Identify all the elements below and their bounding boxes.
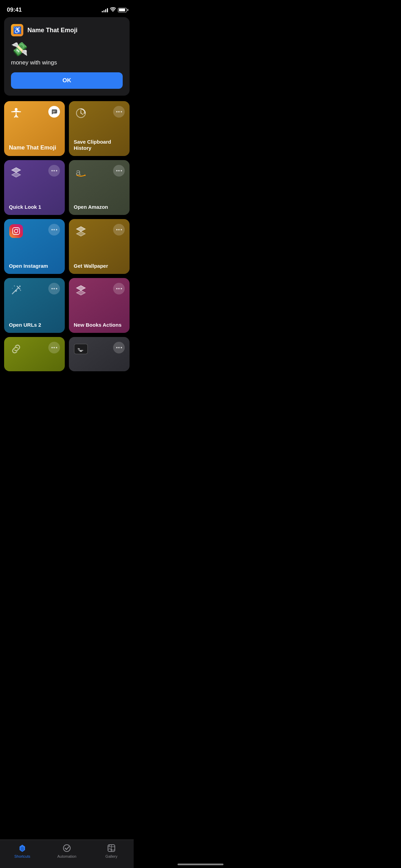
shortcut-card-wallpaper[interactable]: Get Wallpaper bbox=[69, 219, 130, 274]
menu-button-links[interactable] bbox=[48, 342, 60, 353]
shortcut-label-open-urls: Open URLs 2 bbox=[9, 322, 60, 328]
dialog-emoji: 💸 bbox=[11, 41, 123, 57]
appletv-icon: tv bbox=[74, 342, 88, 356]
shortcut-card-books[interactable]: New Books Actions bbox=[69, 278, 130, 333]
menu-button-wallpaper[interactable] bbox=[113, 224, 125, 236]
shortcut-card-name-that-emoji[interactable]: Name That Emoji bbox=[4, 101, 65, 156]
shortcuts-grid-partial: tv bbox=[0, 337, 134, 371]
svg-point-22 bbox=[20, 290, 21, 291]
menu-button-amazon[interactable] bbox=[113, 165, 125, 177]
dialog-header: ♿ Name That Emoji bbox=[11, 24, 123, 36]
dialog-title: Name That Emoji bbox=[27, 27, 77, 34]
wifi-icon bbox=[110, 7, 116, 13]
shortcut-card-open-urls[interactable]: ✦ Open URLs 2 bbox=[4, 278, 65, 333]
svg-rect-13 bbox=[13, 228, 20, 234]
shortcut-label-clipboard: Save Clipboard History bbox=[74, 139, 125, 151]
svg-point-21 bbox=[14, 286, 15, 287]
shortcut-label-wallpaper: Get Wallpaper bbox=[74, 263, 125, 269]
svg-marker-26 bbox=[76, 290, 85, 295]
amazon-icon: a bbox=[74, 165, 88, 179]
shortcut-label-amazon: Open Amazon bbox=[74, 204, 125, 210]
accessibility-icon bbox=[9, 106, 23, 120]
dialog-overlay: ♿ Name That Emoji 💸 money with wings OK bbox=[4, 17, 130, 96]
menu-button-open-urls[interactable] bbox=[48, 283, 60, 294]
dialog-app-icon: ♿ bbox=[11, 24, 23, 36]
card-top bbox=[9, 224, 60, 238]
svg-text:tv: tv bbox=[78, 348, 80, 350]
card-top: a bbox=[74, 165, 125, 179]
card-top bbox=[74, 224, 125, 238]
shortcuts-grid: Name That Emoji Save Clipboard History bbox=[0, 101, 134, 333]
shortcut-card-links[interactable] bbox=[4, 337, 65, 371]
card-top bbox=[74, 283, 125, 297]
svg-marker-9 bbox=[12, 168, 21, 172]
menu-button-quicklook[interactable] bbox=[48, 165, 60, 177]
shortcut-card-clipboard[interactable]: Save Clipboard History bbox=[69, 101, 130, 156]
status-time: 09:41 bbox=[7, 7, 22, 13]
layers-books-icon bbox=[74, 283, 88, 297]
shortcut-card-amazon[interactable]: a Open Amazon bbox=[69, 160, 130, 215]
status-icons bbox=[102, 7, 127, 13]
svg-point-14 bbox=[14, 229, 18, 233]
svg-point-0 bbox=[15, 108, 17, 111]
card-top: tv bbox=[74, 342, 125, 356]
svg-marker-16 bbox=[76, 227, 85, 231]
signal-bars-icon bbox=[102, 8, 108, 12]
status-bar: 09:41 bbox=[0, 0, 134, 17]
svg-marker-10 bbox=[12, 172, 21, 177]
svg-point-20 bbox=[19, 286, 21, 287]
links-icon bbox=[9, 342, 23, 356]
shortcut-card-appletv[interactable]: tv bbox=[69, 337, 130, 371]
menu-button-appletv[interactable] bbox=[113, 342, 125, 353]
instagram-icon bbox=[9, 224, 23, 238]
card-top: ✦ bbox=[9, 283, 60, 297]
svg-line-8 bbox=[81, 113, 83, 114]
svg-point-15 bbox=[17, 229, 18, 229]
menu-button-books[interactable] bbox=[113, 283, 125, 294]
menu-button-instagram[interactable] bbox=[48, 224, 60, 236]
shortcut-card-instagram[interactable]: Open Instagram bbox=[4, 219, 65, 274]
clock-icon bbox=[74, 106, 88, 120]
dialog-description: money with wings bbox=[11, 59, 123, 66]
card-top bbox=[74, 106, 125, 120]
svg-text:✦: ✦ bbox=[14, 289, 18, 293]
card-top bbox=[9, 165, 60, 179]
svg-marker-17 bbox=[76, 231, 85, 236]
card-top bbox=[9, 106, 60, 120]
magic-wand-icon: ✦ bbox=[9, 283, 23, 297]
message-icon bbox=[48, 106, 60, 118]
shortcut-label-books: New Books Actions bbox=[74, 322, 125, 328]
shortcut-label-instagram: Open Instagram bbox=[9, 263, 60, 269]
shortcut-label-name-that-emoji: Name That Emoji bbox=[9, 144, 60, 151]
dialog-ok-button[interactable]: OK bbox=[11, 72, 123, 89]
menu-button-clipboard[interactable] bbox=[113, 106, 125, 118]
svg-point-23 bbox=[12, 288, 13, 289]
svg-marker-25 bbox=[76, 286, 85, 290]
shortcut-card-quicklook[interactable]: Quick Look 1 bbox=[4, 160, 65, 215]
shortcut-label-quicklook: Quick Look 1 bbox=[9, 204, 60, 210]
layers-wallpaper-icon bbox=[74, 224, 88, 238]
layers-icon bbox=[9, 165, 23, 179]
card-top bbox=[9, 342, 60, 356]
battery-icon bbox=[118, 8, 127, 12]
